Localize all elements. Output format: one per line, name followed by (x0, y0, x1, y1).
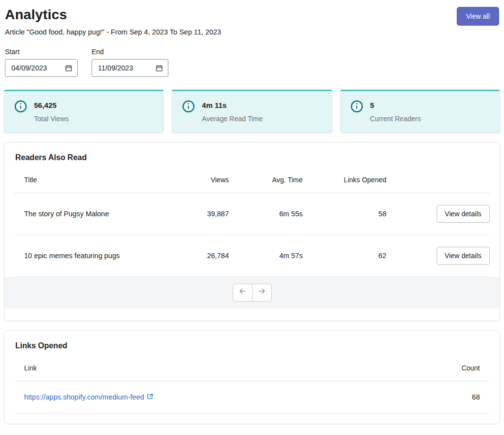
page-header: Analytics Article "Good food, happy pug!… (4, 7, 500, 36)
readers-also-read-card: Readers Also Read Title Views Avg. Time … (4, 142, 500, 321)
link-cell: https://apps.shopify.com/medium-feed (14, 381, 421, 413)
pagination (233, 284, 272, 301)
views-cell: 26,784 (175, 234, 239, 276)
pagination-footer (4, 277, 500, 308)
section-title-links-opened: Links Opened (4, 331, 500, 356)
stat-card-average-read-time: 4m 11s Average Read Time (172, 90, 332, 133)
analytics-page: Analytics Article "Good food, happy pug!… (0, 0, 504, 428)
arrow-right-icon (257, 287, 266, 298)
column-header-count: Count (421, 356, 490, 381)
column-header-actions (396, 168, 490, 193)
stat-label: Total Views (34, 115, 69, 123)
links-opened-cell: 62 (313, 234, 396, 276)
actions-cell: View details (396, 193, 490, 234)
table-header-row: Link Count (14, 356, 490, 381)
start-date-label: Start (5, 48, 78, 56)
view-details-button[interactable]: View details (437, 205, 490, 223)
start-date-input[interactable]: 04/09/2023 (5, 59, 78, 77)
table-row: 10 epic memes featuring pugs 26,784 4m 5… (14, 234, 490, 276)
info-icon[interactable] (14, 100, 27, 115)
end-date-input[interactable]: 11/09/2023 (92, 59, 168, 77)
info-icon[interactable] (350, 100, 363, 115)
calendar-icon[interactable] (156, 65, 163, 72)
article-title-cell: The story of Pugsy Malone (14, 193, 175, 234)
actions-cell: View details (396, 234, 490, 276)
header-text: Analytics Article "Good food, happy pug!… (5, 7, 221, 36)
avg-time-cell: 4m 57s (239, 234, 313, 276)
readers-table: Title Views Avg. Time Links Opened The s… (14, 168, 490, 277)
stat-value: 5 (370, 100, 421, 110)
date-filters: Start 04/09/2023 End 11/09/2023 (4, 48, 500, 77)
links-table: Link Count https://apps.shopify.com/medi… (14, 356, 490, 414)
stat-value: 4m 11s (202, 100, 262, 110)
links-opened-cell: 58 (313, 193, 396, 234)
avg-time-cell: 6m 55s (239, 193, 313, 234)
previous-page-button[interactable] (233, 284, 252, 301)
column-header-title: Title (14, 168, 175, 193)
card-spacer (4, 414, 500, 424)
stat-card-total-views: 56,425 Total Views (4, 90, 164, 133)
view-details-button[interactable]: View details (437, 247, 490, 265)
stat-card-current-readers: 5 Current Readers (340, 90, 500, 133)
next-page-button[interactable] (252, 284, 272, 301)
stat-text: 5 Current Readers (370, 100, 421, 123)
link-url-text: https://apps.shopify.com/medium-feed (24, 393, 144, 401)
readers-table-wrap: Title Views Avg. Time Links Opened The s… (14, 168, 490, 277)
stat-text: 4m 11s Average Read Time (202, 100, 262, 123)
start-date-value: 04/09/2023 (11, 64, 47, 72)
table-row: https://apps.shopify.com/medium-feed 68 (14, 381, 490, 413)
column-header-avg-time: Avg. Time (239, 168, 313, 193)
views-cell: 39,887 (175, 193, 239, 234)
arrow-left-icon (238, 287, 247, 298)
opened-link[interactable]: https://apps.shopify.com/medium-feed (24, 393, 154, 402)
start-date-group: Start 04/09/2023 (5, 48, 78, 77)
links-opened-card: Links Opened Link Count https://apps.sho… (4, 330, 500, 424)
stat-text: 56,425 Total Views (34, 100, 69, 123)
page-title: Analytics (5, 7, 221, 23)
end-date-label: End (92, 48, 168, 56)
column-header-link: Link (14, 356, 421, 381)
count-cell: 68 (421, 381, 490, 413)
stat-label: Average Read Time (202, 115, 262, 123)
article-title-cell: 10 epic memes featuring pugs (14, 234, 175, 276)
stat-value: 56,425 (34, 100, 69, 110)
table-row: The story of Pugsy Malone 39,887 6m 55s … (14, 193, 490, 234)
stat-label: Current Readers (370, 115, 421, 123)
links-table-wrap: Link Count https://apps.shopify.com/medi… (14, 356, 490, 414)
view-all-button[interactable]: View all (457, 7, 499, 26)
page-subtitle: Article "Good food, happy pug!" - From S… (5, 28, 221, 36)
info-icon[interactable] (182, 100, 195, 115)
calendar-icon[interactable] (65, 65, 72, 72)
table-header-row: Title Views Avg. Time Links Opened (14, 168, 490, 193)
end-date-value: 11/09/2023 (98, 64, 133, 72)
column-header-views: Views (175, 168, 239, 193)
end-date-group: End 11/09/2023 (92, 48, 168, 77)
card-spacer (4, 308, 500, 321)
stats-row: 56,425 Total Views 4m 11s Average Read T… (4, 90, 500, 133)
column-header-links-opened: Links Opened (313, 168, 396, 193)
section-title-readers-also-read: Readers Also Read (4, 142, 500, 168)
external-link-icon (147, 393, 154, 402)
